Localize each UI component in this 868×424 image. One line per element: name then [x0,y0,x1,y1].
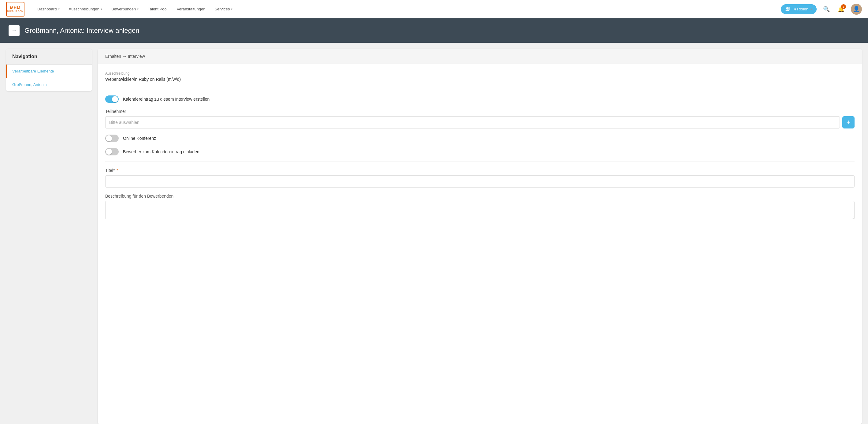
toggle-kalender-thumb [112,96,118,102]
user-avatar[interactable]: 👤 [851,4,862,15]
svg-point-0 [786,7,788,9]
chevron-down-icon: ▾ [101,7,102,11]
toggle-bewerber-row: Bewerber zum Kalendereintrag einladen [105,148,855,155]
ausschreibung-label: Ausschreibung [105,71,855,75]
breadcrumb: Erhalten → Interview [98,49,862,64]
nav-right: 4 Rollen ▾ 🔍 🔔 1 👤 [781,4,862,15]
nav-item-dashboard[interactable]: Dashboard ▾ [34,4,63,14]
roles-label: 4 Rollen [794,7,808,11]
toggle-konferenz[interactable] [105,134,119,142]
notification-badge: 1 [841,4,846,9]
toggle-konferenz-label: Online Konferenz [123,136,156,141]
teilnehmer-row: Bitte auswählen + [105,116,855,128]
sidebar-card: Navigation Verarbeitbare Elemente Großma… [6,49,92,91]
nav-item-bewerbungen[interactable]: Bewerbungen ▾ [108,4,142,14]
ausschreibung-value: Webentwickler/in Ruby on Rails (m/w/d) [105,77,855,82]
nav-item-ausschreibungen[interactable]: Ausschreibungen ▾ [65,4,106,14]
page-title: Großmann, Antonia: Interview anlegen [25,27,139,35]
chevron-down-icon: ▾ [811,7,812,11]
logo-sub: MHM-HR.COM [7,10,23,12]
toggle-bewerber-thumb [106,149,112,155]
nav-item-services[interactable]: Services ▾ [211,4,237,14]
roles-button[interactable]: 4 Rollen ▾ [781,4,817,14]
search-button[interactable]: 🔍 [822,4,831,14]
content-body: Ausschreibung Webentwickler/in Ruby on R… [98,64,862,229]
chevron-down-icon: ▾ [231,7,232,11]
top-navigation: MHM MHM-HR.COM Dashboard ▾ Ausschreibung… [0,0,868,18]
main-layout: Navigation Verarbeitbare Elemente Großma… [0,43,868,424]
titel-label: Titel* [105,168,855,173]
logo-text: MHM [10,6,21,10]
logo[interactable]: MHM MHM-HR.COM [6,2,25,17]
nav-item-veranstaltungen[interactable]: Veranstaltungen [173,4,209,14]
toggle-kalender-label: Kalendereintrag zu diesem Interview erst… [123,97,210,101]
svg-point-1 [788,7,790,9]
sidebar-item-verarbeitbare-elemente[interactable]: Verarbeitbare Elemente [6,65,92,78]
divider-2 [105,161,855,162]
toggle-bewerber[interactable] [105,148,119,155]
toggle-kalender[interactable] [105,95,119,103]
notifications-button[interactable]: 🔔 1 [836,4,846,14]
sidebar: Navigation Verarbeitbare Elemente Großma… [6,49,92,424]
nav-items: Dashboard ▾ Ausschreibungen ▾ Bewerbunge… [34,4,781,14]
beschreibung-label: Beschreibung für den Bewerbenden [105,194,855,199]
toggle-bewerber-label: Bewerber zum Kalendereintrag einladen [123,149,199,154]
chevron-down-icon: ▾ [137,7,138,11]
toggle-konferenz-thumb [106,135,112,141]
sidebar-item-grossmann-antonia[interactable]: Großmann, Antonia [6,78,92,91]
content-area: Erhalten → Interview Ausschreibung Weben… [98,49,862,424]
sidebar-title: Navigation [6,49,92,65]
titel-input[interactable] [105,175,855,187]
toggle-konferenz-row: Online Konferenz [105,134,855,142]
chevron-down-icon: ▾ [58,7,60,11]
add-teilnehmer-button[interactable]: + [842,116,855,128]
page-header-icon: → [8,25,20,36]
roles-icon [785,6,791,12]
teilnehmer-select[interactable]: Bitte auswählen [105,116,840,128]
teilnehmer-label: Teilnehmer [105,109,855,114]
toggle-kalender-row: Kalendereintrag zu diesem Interview erst… [105,95,855,103]
beschreibung-textarea[interactable] [105,201,855,219]
divider [105,89,855,89]
nav-item-talent-pool[interactable]: Talent Pool [144,4,171,14]
page-header: → Großmann, Antonia: Interview anlegen [0,18,868,43]
